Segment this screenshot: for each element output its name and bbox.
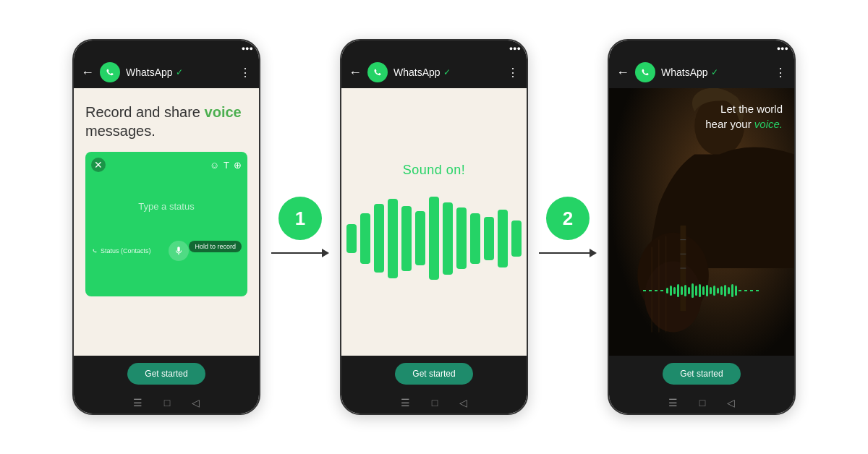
mini-wave-bar bbox=[720, 286, 723, 295]
main-container: ●●● ← WhatsApp ✓ ⋮ Record and share voic… bbox=[0, 0, 868, 454]
wave-bar bbox=[511, 220, 522, 257]
wave-bar bbox=[484, 217, 494, 260]
arrow-shaft-1 bbox=[271, 252, 322, 254]
nav-menu-icon-2: ☰ bbox=[401, 397, 410, 408]
status-bar-2: ●●● bbox=[341, 40, 527, 56]
nav-back-icon-1: ◁ bbox=[192, 397, 200, 408]
status-icons-1: ●●● bbox=[242, 45, 253, 52]
mini-wave-bar bbox=[692, 283, 694, 298]
wave-bar bbox=[360, 213, 370, 264]
overlay-line1: Let the world bbox=[720, 103, 783, 115]
phone-bottom-1: Get started bbox=[74, 356, 259, 392]
phone-1: ●●● ← WhatsApp ✓ ⋮ Record and share voic… bbox=[72, 39, 260, 415]
nav-menu-icon-3: ☰ bbox=[668, 397, 678, 408]
back-arrow-1[interactable]: ← bbox=[81, 65, 94, 80]
status-bar-1: ●●● bbox=[74, 40, 259, 56]
audio-waveform-overlay bbox=[609, 283, 794, 298]
whatsapp-logo-2 bbox=[367, 62, 388, 82]
status-card: ✕ ☺ T ⊕ Type a status Hold to record bbox=[85, 152, 247, 296]
nav-home-icon-2: □ bbox=[432, 397, 438, 408]
mini-wave-bar bbox=[681, 286, 683, 295]
menu-dots-1[interactable]: ⋮ bbox=[239, 66, 252, 80]
headline-text: Record and share voice messages. bbox=[85, 103, 247, 140]
mic-button[interactable] bbox=[169, 241, 189, 261]
overlay-highlight: voice. bbox=[754, 118, 783, 130]
contacts-text: Status (Contacts) bbox=[101, 247, 151, 254]
overlay-text: Let the world hear your voice. bbox=[705, 101, 783, 132]
phone-bottom-2: Get started bbox=[341, 356, 527, 392]
wave-bar bbox=[498, 210, 508, 267]
app-header-1: ← WhatsApp ✓ ⋮ bbox=[74, 56, 259, 88]
nav-bar-1: ☰ □ ◁ bbox=[74, 392, 259, 414]
app-title-3: WhatsApp bbox=[661, 67, 708, 78]
status-icons-3: ●●● bbox=[777, 45, 788, 52]
status-bar-3: ●●● bbox=[609, 40, 794, 56]
wave-bar bbox=[346, 224, 357, 253]
nav-bar-2: ☰ □ ◁ bbox=[341, 392, 527, 414]
arrow-head-2 bbox=[590, 249, 597, 257]
menu-dots-3[interactable]: ⋮ bbox=[775, 66, 787, 80]
wave-bar bbox=[374, 204, 384, 273]
headline-part2: messages. bbox=[85, 123, 156, 139]
text-icon[interactable]: T bbox=[224, 160, 229, 171]
mini-wave-bar bbox=[713, 286, 715, 296]
verified-badge-2: ✓ bbox=[443, 67, 451, 77]
connector-1: 1 bbox=[260, 197, 340, 257]
app-title-area-3: WhatsApp ✓ bbox=[661, 67, 769, 78]
nav-home-icon-1: □ bbox=[164, 397, 170, 408]
overlay-line2: hear your bbox=[705, 118, 754, 130]
mini-wave-bar bbox=[717, 288, 719, 294]
mini-wave-bar bbox=[684, 285, 686, 296]
phone3-content: Let the world hear your voice. bbox=[609, 88, 794, 356]
menu-dots-2[interactable]: ⋮ bbox=[507, 66, 519, 80]
nav-bar-3: ☰ □ ◁ bbox=[609, 392, 794, 414]
time-display-3: ●●● bbox=[777, 45, 788, 52]
arrow-line-1 bbox=[271, 249, 329, 257]
mini-wave-bar bbox=[731, 284, 733, 297]
mini-wave-bar bbox=[695, 286, 697, 296]
wave-bar bbox=[443, 202, 453, 275]
headline-part1: Record and share bbox=[85, 104, 205, 120]
phone2-content: Sound on! bbox=[341, 88, 527, 356]
get-started-btn-3[interactable]: Get started bbox=[663, 363, 740, 385]
back-arrow-2[interactable]: ← bbox=[349, 65, 362, 80]
mini-wave-bar bbox=[673, 287, 676, 294]
mini-wave-bar bbox=[710, 287, 712, 294]
mini-wave-bar bbox=[666, 288, 668, 294]
phone-3: ●●● ← WhatsApp ✓ ⋮ bbox=[608, 39, 796, 415]
wave-bar bbox=[429, 197, 439, 280]
phone-bottom-3: Get started bbox=[609, 356, 794, 392]
app-title-2: WhatsApp bbox=[393, 67, 441, 78]
app-header-3: ← WhatsApp ✓ ⋮ bbox=[609, 56, 794, 88]
step-number-1: 1 bbox=[278, 197, 322, 240]
mini-wave-bar bbox=[706, 285, 708, 296]
dotted-line-right bbox=[739, 290, 760, 291]
emoji-icon[interactable]: ☺ bbox=[210, 160, 219, 171]
status-placeholder: Type a status bbox=[91, 201, 242, 212]
nav-home-icon-3: □ bbox=[699, 397, 705, 408]
color-icon[interactable]: ⊕ bbox=[234, 160, 242, 171]
wave-bar bbox=[401, 206, 412, 271]
waveform-container bbox=[346, 195, 522, 282]
mini-wave-bar bbox=[728, 287, 730, 294]
back-arrow-3[interactable]: ← bbox=[616, 65, 629, 80]
status-card-top: ✕ ☺ T ⊕ bbox=[91, 158, 242, 172]
mini-wave-bar bbox=[677, 284, 679, 297]
arrow-shaft-2 bbox=[539, 252, 590, 254]
contacts-label: Status (Contacts) bbox=[91, 247, 151, 254]
get-started-btn-2[interactable]: Get started bbox=[395, 363, 472, 385]
close-icon[interactable]: ✕ bbox=[91, 158, 106, 172]
app-title-area-2: WhatsApp ✓ bbox=[393, 67, 501, 78]
app-title-area-1: WhatsApp ✓ bbox=[126, 67, 234, 78]
step-number-2: 2 bbox=[546, 197, 590, 240]
sound-on-text: Sound on! bbox=[403, 163, 466, 178]
status-card-icons: ☺ T ⊕ bbox=[210, 160, 242, 171]
time-display: ●●● bbox=[242, 45, 253, 52]
whatsapp-logo-1 bbox=[100, 62, 120, 82]
nav-back-icon-3: ◁ bbox=[727, 397, 735, 408]
phone1-content: Record and share voice messages. ✕ ☺ T ⊕… bbox=[74, 88, 259, 356]
headline-highlight: voice bbox=[205, 104, 242, 120]
hold-to-record-label: Hold to record bbox=[189, 241, 242, 252]
get-started-btn-1[interactable]: Get started bbox=[127, 363, 205, 385]
nav-back-icon-2: ◁ bbox=[459, 397, 467, 408]
